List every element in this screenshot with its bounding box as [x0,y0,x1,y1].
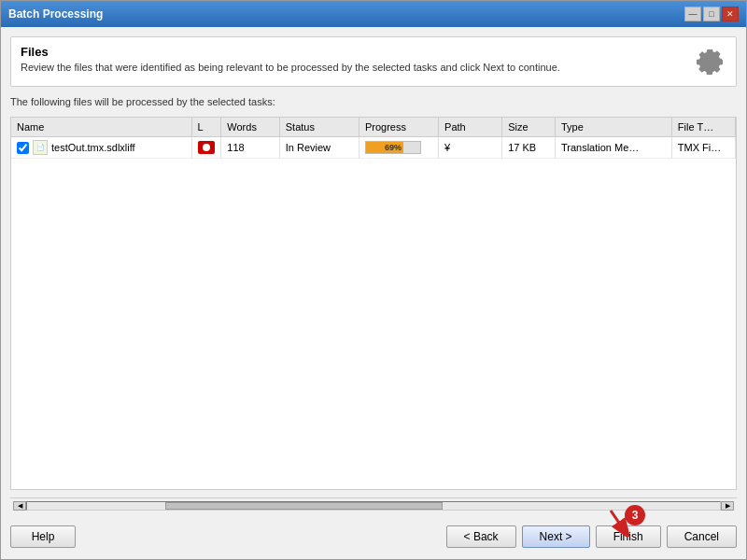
file-words-cell: 118 [221,137,279,159]
main-window: Batch Processing — □ ✕ Files Review the … [0,0,747,560]
table-header-row: Name L Words Status Progress Path Size T… [11,118,736,137]
file-path-cell: ¥ [439,137,502,159]
file-lang-cell [191,137,221,159]
progress-label: 69% [366,142,420,153]
file-progress-cell: 69% [359,137,438,159]
scroll-left-button[interactable]: ◀ [13,501,26,511]
section-title: Files [21,45,560,59]
back-button[interactable]: < Back [446,525,516,548]
close-button[interactable]: ✕ [722,7,739,21]
file-status-cell: In Review [279,137,359,159]
help-button[interactable]: Help [10,525,76,548]
section-description: Review the files that were identified as… [21,62,560,73]
minimize-button[interactable]: — [684,7,701,21]
col-header-filetype: File T… [671,118,735,137]
col-header-name: Name [11,118,191,137]
table-row: 📄 testOut.tmx.sdlxliff 118 In Review [11,137,736,159]
file-type-cell: Translation Me… [555,137,671,159]
cancel-button[interactable]: Cancel [667,525,737,548]
scroll-right-button[interactable]: ▶ [721,501,734,511]
gear-icon [693,45,726,78]
col-header-type: Type [555,118,671,137]
window-title: Batch Processing [8,7,103,21]
section-header: Files Review the files that were identif… [10,36,737,87]
files-table-container: Name L Words Status Progress Path Size T… [10,117,737,490]
file-checkbox[interactable] [17,142,29,154]
col-header-l: L [191,118,221,137]
col-header-progress: Progress [359,118,438,137]
lang-badge [198,141,215,154]
file-filetype-cell: TMX Fi… [671,137,735,159]
maximize-button[interactable]: □ [703,7,720,21]
file-icon: 📄 [33,140,48,155]
col-header-words: Words [221,118,279,137]
file-size-cell: 17 KB [502,137,556,159]
window-controls: — □ ✕ [684,7,739,21]
files-table: Name L Words Status Progress Path Size T… [11,118,736,159]
table-description: The following files will be processed by… [10,94,737,109]
col-header-size: Size [502,118,556,137]
scrollbar-thumb[interactable] [165,502,443,510]
dialog-content: Files Review the files that were identif… [1,27,746,559]
right-buttons: 3 < Back Next > Finish Cancel [446,525,737,548]
col-header-path: Path [439,118,502,137]
title-bar: Batch Processing — □ ✕ [1,1,746,27]
button-bar: Help 3 < Back Next > Finis [10,520,737,550]
file-name-cell: 📄 testOut.tmx.sdlxliff [11,137,191,159]
file-name: testOut.tmx.sdlxliff [51,142,135,153]
annotation-badge: 3 [625,505,645,525]
next-button[interactable]: Next > [522,525,590,548]
section-header-text: Files Review the files that were identif… [21,45,560,73]
col-header-status: Status [279,118,359,137]
lang-dot [203,144,210,151]
svg-line-1 [611,511,625,531]
progress-bar: 69% [365,141,421,154]
